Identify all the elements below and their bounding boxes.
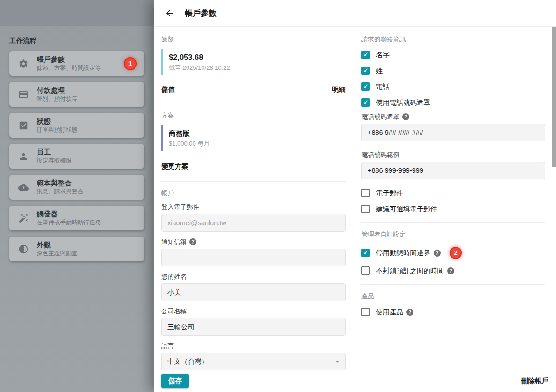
language-label: 語言: [161, 342, 346, 350]
sidebar-item-payments[interactable]: 付款處理 幣別、預付款等: [9, 82, 144, 107]
phone-mask-field-group: 電話號碼遮罩 ? +886 9##-###-###: [361, 113, 545, 141]
language-select[interactable]: 中文（台灣）: [161, 353, 346, 370]
account-section-label: 帳戶: [161, 189, 346, 197]
help-icon[interactable]: ?: [406, 309, 413, 316]
delete-account-button[interactable]: 刪除帳戶: [521, 377, 548, 385]
company-input[interactable]: 三輪公司: [161, 318, 346, 336]
sidebar-item-subtitle: 在事件或手動時執行任務: [37, 219, 101, 226]
sidebar-item-label: 觸發器: [37, 210, 101, 218]
checkbox-label: 停用動態時間邊界: [376, 249, 430, 257]
checkbox-label: 電話: [376, 82, 390, 91]
sidebar-item-label: 外觀: [37, 241, 78, 249]
topup-button[interactable]: 儲值: [161, 85, 175, 94]
scrollbar-thumb[interactable]: [552, 27, 556, 167]
balance-as-of: 截至 2025/10/28 10:22: [169, 64, 346, 72]
sidebar-item-subtitle: 幣別、預付款等: [37, 96, 78, 103]
details-button[interactable]: 明細: [332, 85, 346, 94]
sidebar-item-subtitle: 設定存取權限: [37, 157, 72, 164]
checkbox-unchecked[interactable]: [361, 189, 370, 197]
help-icon[interactable]: ?: [189, 238, 196, 245]
help-icon[interactable]: ?: [447, 267, 454, 274]
sidebar-item-staff[interactable]: 員工 設定存取權限: [9, 144, 144, 169]
checkbox-row-disable-dynamic-bounds: ✓ 停用動態時間邊界 ? 2: [361, 247, 545, 259]
balance-section-label: 餘額: [161, 35, 346, 43]
sidebar-item-subtitle: 餘額、方案、時間設定等: [37, 65, 101, 72]
contrast-icon: [18, 244, 29, 255]
account-settings-panel: 帳戶參數 餘額 $2,053.68 截至 2025/10/28 10:22 儲值…: [154, 0, 556, 392]
column-right: 請求的聯絡資訊 ✓ 名字 ✓ 姓 ✓ 電話 ✓ 使用電話號碼遮罩 電話號碼遮罩 …: [361, 27, 545, 370]
phone-example-label: 電話號碼範例: [361, 151, 545, 159]
checkbox-checked[interactable]: ✓: [361, 51, 370, 59]
sidebar-item-label: 帳戶參數: [37, 55, 101, 64]
your-name-field-group: 您的姓名 小美: [161, 273, 346, 301]
sidebar-item-label: 員工: [37, 148, 72, 156]
plan-price: $1,000.00 每月: [169, 140, 346, 148]
sidebar-item-subtitle: 訂單與預訂狀態: [37, 126, 78, 133]
checkbox-checked[interactable]: ✓: [361, 249, 370, 257]
your-name-input[interactable]: 小美: [161, 283, 346, 301]
panel-footer: 儲存 刪除帳戶: [154, 370, 556, 392]
checkbox-row-first-name: ✓ 名字: [361, 51, 545, 59]
language-selected-value: 中文（台灣）: [167, 357, 208, 366]
checkbox-row-use-products: 使用產品 ?: [361, 308, 545, 316]
checkbox-label: 名字: [376, 51, 390, 59]
login-email-label: 登入電子郵件: [161, 203, 346, 211]
login-email-input[interactable]: xiaomei@sanlun.tw: [161, 214, 346, 232]
annotation-badge-1: 1: [124, 57, 137, 70]
sidebar-item-triggers[interactable]: 觸發器 在事件或手動時執行任務: [9, 206, 144, 230]
checkbox-unchecked[interactable]: [361, 308, 370, 316]
checkbox-row-phone: ✓ 電話: [361, 82, 545, 91]
products-section-label: 產品: [361, 292, 545, 300]
change-plan-button[interactable]: 變更方案: [161, 162, 188, 171]
notify-email-input[interactable]: [161, 249, 346, 266]
checkbox-checked[interactable]: ✓: [361, 98, 370, 107]
chevron-down-icon: [336, 361, 339, 363]
checkbox-label: 電子郵件: [376, 189, 403, 197]
panel-body: 餘額 $2,053.68 截至 2025/10/28 10:22 儲值 明細 方…: [154, 27, 556, 370]
notify-email-label: 通知信箱: [161, 238, 187, 246]
annotation-badge-2: 2: [450, 247, 462, 259]
checkbox-label: 使用電話號碼遮罩: [376, 98, 430, 107]
checkbox-row-use-phone-mask: ✓ 使用電話號碼遮罩: [361, 98, 545, 107]
admin-section-label: 管理者自訂設定: [361, 230, 545, 238]
phone-example-input[interactable]: +886 999-999-999: [361, 162, 545, 179]
checkbox-row-email: 電子郵件: [361, 189, 545, 197]
checkbox-checked[interactable]: ✓: [361, 67, 370, 75]
save-button[interactable]: 儲存: [161, 374, 189, 388]
gear-icon: [18, 58, 29, 69]
back-arrow-icon[interactable]: [160, 4, 179, 22]
phone-mask-label: 電話號碼遮罩: [361, 113, 399, 121]
divider: [161, 181, 346, 182]
sidebar-item-account-params[interactable]: 帳戶參數 餘額、方案、時間設定等 1: [9, 51, 144, 76]
checkbox-checked[interactable]: ✓: [361, 82, 370, 91]
sidebar-item-templates-integrations[interactable]: 範本與整合 訊息、請求與整合: [9, 175, 144, 200]
your-name-label: 您的姓名: [161, 273, 346, 281]
divider: [161, 104, 346, 104]
page-title: 帳戶參數: [185, 8, 217, 19]
balance-amount: $2,053.68: [169, 52, 346, 62]
sidebar-item-subtitle: 訊息、請求與整合: [37, 188, 83, 195]
balance-card: $2,053.68 截至 2025/10/28 10:22: [161, 49, 346, 75]
notify-email-field-group: 通知信箱 ?: [161, 238, 346, 266]
sidebar-item-appearance[interactable]: 外觀 深色主題與動畫: [9, 237, 144, 261]
plan-card: 商務版 $1,000.00 每月: [161, 125, 346, 151]
phone-example-field-group: 電話號碼範例 +886 999-999-999: [361, 151, 545, 179]
checkbox-unchecked[interactable]: [361, 205, 370, 213]
checkbox-row-no-block-time: 不封鎖預訂之間的時間 ?: [361, 266, 545, 275]
contact-section-label: 請求的聯絡資訊: [361, 35, 545, 43]
credit-card-icon: [18, 89, 29, 100]
phone-mask-input[interactable]: +886 9##-###-###: [361, 124, 545, 141]
login-email-field-group: 登入電子郵件 xiaomei@sanlun.tw: [161, 203, 346, 232]
company-label: 公司名稱: [161, 307, 346, 315]
divider: [361, 284, 545, 285]
sidebar-item-subtitle: 深色主題與動畫: [37, 250, 78, 257]
sidebar-item-statuses[interactable]: 狀態 訂單與預訂狀態: [9, 113, 144, 138]
checkbox-unchecked[interactable]: [361, 266, 370, 275]
help-icon[interactable]: ?: [402, 113, 409, 120]
checkbox-label: 不封鎖預訂之間的時間: [376, 266, 444, 275]
checkbox-label: 建議可選填電子郵件: [376, 205, 437, 213]
sidebar-heading: 工作流程: [9, 37, 154, 45]
checkbox-label: 使用產品: [376, 308, 403, 316]
help-icon[interactable]: ?: [434, 250, 441, 257]
checkbox-row-optional-email: 建議可選填電子郵件: [361, 205, 545, 213]
